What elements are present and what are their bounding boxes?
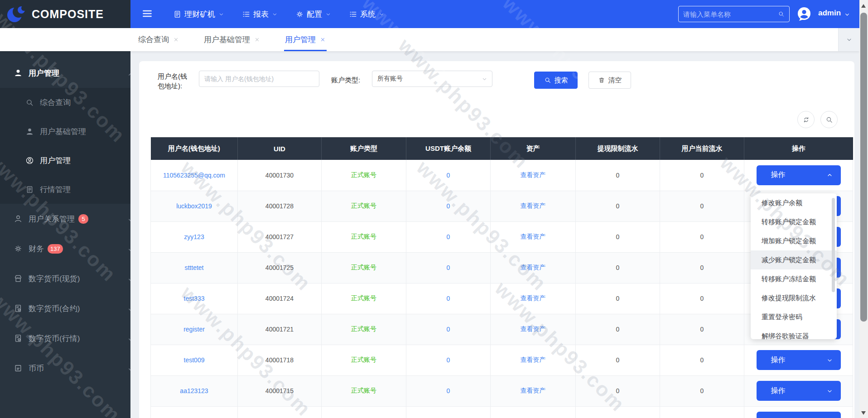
account-type-select[interactable]: 所有账号 [372,71,492,87]
topnav-item-3[interactable]: 系统 [349,9,385,19]
username-link[interactable]: stttetet [184,264,203,271]
uid-cell: 40001724 [238,283,322,314]
tab-2[interactable]: 用户管理 [285,28,326,51]
sidebar-item-label: 数字货币(行情) [29,333,80,344]
top-bar: COMPOSITE 理财矿机 报表 配置 系统 admin [0,0,868,28]
page-scrollbar[interactable] [859,0,868,418]
view-assets-link[interactable]: 查看资产 [521,171,546,178]
username-link[interactable]: test009 [184,356,205,364]
usdt-balance-link[interactable]: 0 [447,326,450,333]
column-search-button[interactable] [820,111,838,128]
topnav-item-0[interactable]: 理财矿机 [173,9,225,19]
scrollbar-up-icon[interactable] [861,4,866,8]
sidebar-item-3[interactable]: 财务 137 [0,234,130,264]
dropdown-item-6[interactable]: 重置登录密码 [751,307,837,327]
column-header-7: 操作 [744,137,853,160]
clear-button[interactable]: 清空 [588,72,631,89]
sidebar-item-7[interactable]: 币币 [0,353,130,383]
dropdown-item-4[interactable]: 转移账户冻结金额 [751,269,837,288]
topnav-label: 理财矿机 [184,9,215,19]
dropdown-scrollbar[interactable] [832,198,835,292]
row-action-button[interactable] [757,412,841,418]
account-type-cell: 正式账号 [351,294,376,302]
refresh-button[interactable] [797,111,815,128]
close-icon[interactable] [173,37,179,43]
usdt-balance-link[interactable]: 0 [447,387,450,394]
chevron-down-icon[interactable] [844,11,851,18]
username-link[interactable]: test333 [184,295,205,302]
usdt-balance-link[interactable]: 0 [447,202,450,210]
view-assets-link[interactable]: 查看资产 [521,264,546,271]
username-link[interactable]: zyy123 [184,233,204,240]
column-header-6: 用户当前流水 [660,137,744,160]
uid-cell: 40001730 [238,160,322,191]
tab-overflow-button[interactable] [838,28,859,51]
row-action-button[interactable]: 操作 [757,381,841,401]
close-icon[interactable] [254,37,260,43]
user-solid-icon [14,68,23,77]
sidebar-item-label: 用户管理 [29,68,59,78]
scrollbar-down-icon[interactable] [861,411,866,415]
usdt-balance-link[interactable]: 0 [447,356,450,364]
chevron-down-icon [126,216,130,225]
menu-search-input[interactable] [679,10,778,18]
search-button[interactable]: 搜索 [534,72,578,89]
action-button-label: 操作 [771,356,786,365]
action-button-label: 操作 [771,386,786,396]
admin-username[interactable]: admin [818,9,841,18]
sidebar-subitem-label: 行情管理 [40,184,71,195]
sidebar-item-2[interactable]: 用户关系管理 5 [0,204,130,234]
tab-0[interactable]: 综合查询 [138,28,179,51]
withdraw-limit-cell [576,406,660,418]
dropdown-item-7[interactable]: 解绑谷歌验证器 [751,327,837,339]
view-assets-link[interactable]: 查看资产 [521,325,546,332]
table-row: test333 40001724 正式账号 0 查看资产 0 0 操作 [151,283,853,314]
page-scrollbar-thumb[interactable] [860,13,867,322]
topnav-item-2[interactable]: 配置 [295,9,332,19]
row-action-button[interactable]: 操作 [757,165,841,185]
action-dropdown-menu: 修改账户余额转移账户锁定金额增加账户锁定金额减少账户锁定金额转移账户冻结金额修改… [751,193,837,339]
uid-cell: 40001715 [238,375,322,406]
username-filter-label: 用户名(钱 包地址): [158,72,196,91]
username-link[interactable]: luckbox2019 [176,202,212,210]
sidebar-subitem-3[interactable]: 行情管理 [0,175,130,204]
username-link[interactable]: register [183,326,205,333]
sidebar-subitem-0[interactable]: 综合查询 [0,88,130,117]
search-icon[interactable] [778,10,785,18]
sidebar-subitem-2[interactable]: 用户管理 [0,146,130,175]
dropdown-item-1[interactable]: 转移账户锁定金额 [751,212,837,231]
coindoc-icon [14,364,23,373]
sidebar-item-label: 数字货币(合约) [29,303,80,314]
view-assets-link[interactable]: 查看资产 [521,387,546,394]
view-assets-link[interactable]: 查看资产 [521,202,546,209]
sidebar-item-5[interactable]: 数字货币(合约) [0,293,130,323]
row-action-button[interactable]: 操作 [757,350,841,370]
sidebar-subitem-1[interactable]: 用户基础管理 [0,117,130,146]
sidebar-subitem-label: 用户基础管理 [40,126,86,137]
username-filter-input[interactable] [199,71,319,87]
view-assets-link[interactable]: 查看资产 [521,294,546,302]
view-assets-link[interactable]: 查看资产 [521,233,546,240]
sidebar-item-1[interactable]: 用户管理 [0,58,130,88]
dropdown-item-3[interactable]: 减少账户锁定金额 [751,250,837,269]
usdt-balance-link[interactable]: 0 [447,233,450,240]
usdt-balance-link[interactable]: 0 [447,295,450,302]
user-avatar[interactable] [796,6,812,22]
hamburger-icon[interactable] [141,8,153,19]
dropdown-item-5[interactable]: 修改提现限制流水 [751,288,837,307]
usdt-balance-link[interactable]: 0 [447,264,450,271]
sidebar-item-6[interactable]: 数字货币(行情) [0,323,130,353]
username-link[interactable]: aa123123 [180,387,208,394]
usdt-balance-link[interactable]: 0 [447,172,450,179]
dropdown-item-0[interactable]: 修改账户余额 [751,193,837,212]
tab-1[interactable]: 用户基础管理 [204,28,260,51]
current-flow-cell: 0 [660,314,744,345]
close-icon[interactable] [320,37,326,43]
topnav-item-1[interactable]: 报表 [242,9,278,19]
account-type-value: 所有账号 [377,75,403,83]
username-link[interactable]: 1105623255@qq.com [163,172,225,179]
dropdown-item-2[interactable]: 增加账户锁定金额 [751,231,837,250]
sidebar-item-4[interactable]: 数字货币(现货) [0,264,130,293]
search-icon [25,98,34,107]
view-assets-link[interactable]: 查看资产 [521,356,546,363]
